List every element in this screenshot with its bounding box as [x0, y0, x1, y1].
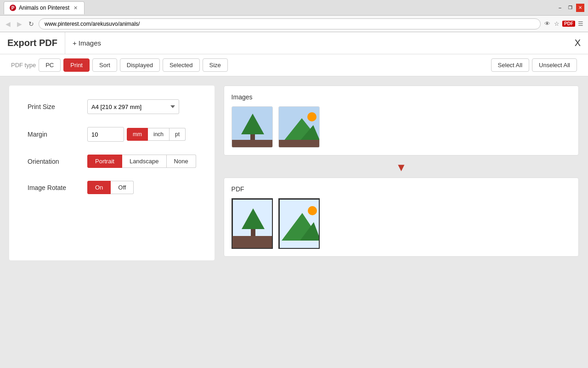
landscape-button[interactable]: Landscape — [122, 155, 167, 168]
minimize-button[interactable]: – — [556, 4, 564, 12]
export-pdf-button[interactable]: Export PDF — [7, 38, 65, 48]
preview-image-2 — [278, 106, 320, 148]
images-preview-title: Images — [232, 93, 571, 101]
browser-title-bar: P Animals on Pinterest ✕ – ❐ ✕ — [0, 0, 588, 16]
bookmark-button[interactable]: ☆ — [553, 19, 560, 28]
preview-panel: Images — [224, 86, 579, 359]
pdf-badge: PDF — [562, 21, 575, 27]
images-preview-box: Images — [224, 86, 579, 155]
orientation-group: Portrait Landscape None — [87, 155, 196, 168]
print-size-row: Print Size A4 [210 x 297 mm] A3 [297 x 4… — [28, 99, 196, 114]
tab-title: Animals on Pinterest — [19, 5, 69, 11]
margin-row: Margin mm inch pt — [28, 127, 196, 142]
svg-rect-8 — [279, 140, 320, 148]
conversion-arrow: ▼ — [224, 161, 579, 174]
settings-panel: Print Size A4 [210 x 297 mm] A3 [297 x 4… — [9, 86, 215, 260]
orientation-row: Orientation Portrait Landscape None — [28, 155, 196, 168]
app-header: Export PDF + Images X — [0, 32, 588, 54]
margin-input[interactable] — [87, 127, 124, 142]
reader-mode-button[interactable]: 👁 — [543, 19, 551, 28]
close-window-button[interactable]: ✕ — [576, 4, 584, 12]
print-button[interactable]: Print — [63, 58, 90, 72]
pt-unit-button[interactable]: pt — [170, 128, 186, 141]
pc-button[interactable]: PC — [39, 58, 61, 72]
pdf-page-1 — [232, 198, 273, 249]
forward-button[interactable]: ▶ — [15, 19, 24, 29]
main-content: Print Size A4 [210 x 297 mm] A3 [297 x 4… — [0, 76, 588, 368]
orientation-label: Orientation — [28, 158, 87, 165]
images-preview-grid — [232, 106, 571, 148]
displayed-button[interactable]: Displayed — [120, 58, 160, 72]
pdf-preview-title: PDF — [232, 185, 571, 193]
menu-button[interactable]: ☰ — [577, 19, 584, 28]
rotate-on-button[interactable]: On — [87, 181, 111, 194]
selected-button[interactable]: Selected — [163, 58, 200, 72]
none-orientation-button[interactable]: None — [167, 155, 196, 168]
margin-label: Margin — [28, 131, 87, 138]
address-input[interactable] — [39, 18, 541, 29]
header-close-button[interactable]: X — [575, 38, 581, 48]
select-all-button[interactable]: Select All — [491, 58, 529, 72]
refresh-button[interactable]: ↻ — [27, 19, 36, 29]
pdf-type-label: PDF type — [11, 62, 36, 69]
full-page: P Animals on Pinterest ✕ – ❐ ✕ ◀ ▶ ↻ 👁 ☆… — [0, 0, 588, 368]
svg-point-16 — [308, 206, 317, 215]
svg-rect-3 — [232, 140, 273, 148]
pdf-pages — [232, 198, 571, 249]
svg-rect-13 — [232, 236, 273, 249]
print-size-label: Print Size — [28, 103, 87, 110]
add-images-button[interactable]: + Images — [65, 32, 108, 54]
pdf-page-2 — [278, 198, 320, 249]
browser-address-bar: ◀ ▶ ↻ 👁 ☆ PDF ☰ — [0, 16, 588, 32]
pdf-preview-box: PDF — [224, 178, 579, 257]
unselect-all-button[interactable]: Unselect All — [532, 58, 577, 72]
print-size-select[interactable]: A4 [210 x 297 mm] A3 [297 x 420 mm] Lett… — [87, 99, 179, 114]
image-rotate-row: Image Rotate On Off — [28, 181, 196, 194]
preview-image-1 — [232, 106, 273, 148]
svg-point-5 — [307, 112, 317, 121]
mm-unit-button[interactable]: mm — [127, 128, 148, 141]
rotate-toggle-group: On Off — [87, 181, 134, 194]
tab-close-button[interactable]: ✕ — [72, 5, 79, 11]
browser-icons: 👁 ☆ PDF ☰ — [543, 19, 584, 28]
inch-unit-button[interactable]: inch — [148, 128, 170, 141]
portrait-button[interactable]: Portrait — [87, 155, 122, 168]
browser-tab[interactable]: P Animals on Pinterest ✕ — [4, 1, 85, 14]
rotate-off-button[interactable]: Off — [111, 181, 134, 194]
unit-group: mm inch pt — [127, 128, 186, 141]
restore-button[interactable]: ❐ — [566, 4, 574, 12]
size-button[interactable]: Size — [203, 58, 228, 72]
pinterest-favicon: P — [10, 5, 16, 11]
image-rotate-label: Image Rotate — [28, 184, 87, 191]
toolbar: PDF type PC Print Sort Displayed Selecte… — [0, 54, 588, 76]
sort-button[interactable]: Sort — [92, 58, 117, 72]
window-controls: – ❐ ✕ — [556, 4, 584, 12]
back-button[interactable]: ◀ — [4, 19, 12, 29]
